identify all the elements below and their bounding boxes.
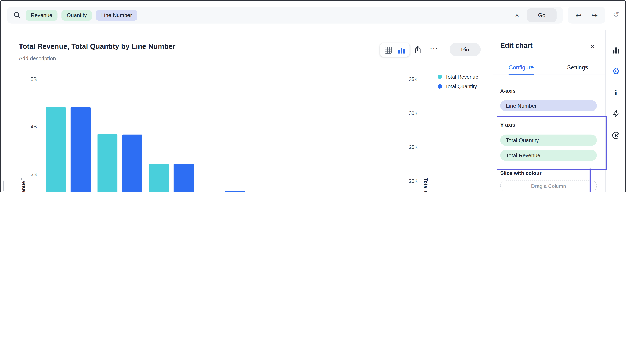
right-axis-tick: 20K (409, 178, 418, 184)
edit-chart-title: Edit chart (500, 41, 533, 50)
tab-settings-label: Settings (567, 61, 588, 75)
app-frame: Revenue Quantity Line Number × Go ↩ ↪ ↺ … (0, 0, 626, 192)
left-axis-tick: 5B (31, 76, 37, 82)
x-axis-section-label: X-axis (500, 88, 515, 94)
legend-dot-icon (437, 75, 442, 79)
svg-text:R: R (615, 133, 618, 138)
info-icon[interactable]: i (611, 88, 621, 97)
bar-total-revenue[interactable] (46, 107, 66, 192)
chart-panel-icon[interactable] (611, 45, 621, 55)
search-token-quantity[interactable]: Quantity (61, 10, 92, 20)
bar-total-quantity[interactable] (71, 107, 91, 192)
legend-item[interactable]: Total Quantity (437, 83, 478, 89)
legend-label: Total Quantity (445, 83, 477, 89)
r-analysis-icon[interactable]: R (611, 130, 621, 140)
bar-group (200, 191, 245, 192)
y-axis-column-pill-quantity[interactable]: Total Quantity (500, 135, 597, 146)
share-export-icon[interactable] (414, 45, 422, 54)
refresh-icon[interactable]: ↺ (613, 11, 619, 18)
right-axis-tick: 35K (409, 76, 418, 82)
panel-tabs: Configure Settings (493, 61, 606, 75)
legend-label: Total Revenue (445, 74, 478, 80)
bar-group (149, 164, 194, 192)
search-token-line-number[interactable]: Line Number (96, 10, 137, 20)
bar-total-revenue[interactable] (149, 164, 169, 192)
legend-dot-icon (437, 84, 442, 89)
redo-icon[interactable]: ↪ (591, 11, 597, 19)
page-title: Total Revenue, Total Quantity by Line Nu… (19, 42, 175, 51)
slice-section-label: Slice with colour (500, 170, 541, 176)
bar-group (46, 107, 91, 192)
table-view-icon[interactable] (384, 46, 392, 54)
bar-total-quantity[interactable] (225, 191, 245, 192)
insights-bolt-icon[interactable] (611, 109, 621, 118)
tab-settings[interactable]: Settings (549, 61, 606, 75)
chart-legend: Total RevenueTotal Quantity (437, 74, 478, 89)
tab-configure[interactable]: Configure (493, 61, 549, 75)
search-bar[interactable]: Revenue Quantity Line Number × Go (7, 7, 563, 23)
pin-button[interactable]: Pin (450, 43, 481, 56)
top-bar: Revenue Quantity Line Number × Go ↩ ↪ ↺ (1, 1, 625, 30)
legend-item[interactable]: Total Revenue (437, 74, 478, 80)
more-options-icon[interactable]: ⋯ (430, 44, 438, 53)
y-axis-column-pill-revenue[interactable]: Total Revenue (500, 150, 597, 161)
edit-chart-panel: Edit chart × Configure Settings X-axis L… (493, 30, 606, 192)
bar-total-revenue[interactable] (98, 134, 117, 192)
add-description[interactable]: Add description (19, 55, 56, 61)
bar-total-quantity[interactable] (122, 134, 142, 192)
right-axis-tick: 30K (409, 110, 418, 116)
slice-drop-zone[interactable]: Drag a Column (500, 180, 597, 191)
panel-resize-handle[interactable] (3, 180, 4, 191)
bar-chart-plot (46, 79, 400, 192)
left-axis-tick: 4B (31, 124, 37, 130)
right-axis-ticks: 35K30K25K20K15K10K5K0 (409, 79, 425, 192)
go-button[interactable]: Go (527, 8, 556, 22)
bar-chart-view-icon[interactable] (397, 46, 405, 54)
undo-redo-group: ↩ ↪ (568, 7, 605, 23)
search-token-revenue[interactable]: Revenue (26, 10, 57, 20)
info-glyph: i (615, 89, 617, 97)
view-toggle (380, 43, 410, 57)
bar-group (98, 134, 142, 192)
left-axis-tick: 3B (31, 171, 37, 177)
configure-gear-icon[interactable]: ⚙ (611, 67, 621, 76)
gear-glyph: ⚙ (612, 67, 620, 76)
clear-search-icon[interactable]: × (515, 12, 519, 19)
close-panel-icon[interactable]: × (590, 43, 595, 50)
bar-total-quantity[interactable] (174, 164, 194, 192)
search-icon (13, 12, 21, 19)
right-toolbar: ⚙ i R (605, 30, 626, 192)
page: Revenue Quantity Line Number × Go ↩ ↪ ↺ … (0, 0, 626, 192)
tab-configure-label: Configure (509, 61, 534, 75)
x-axis-column-pill[interactable]: Line Number (500, 100, 597, 111)
y-axis-section-label: Y-axis (500, 122, 515, 128)
right-axis-tick: 25K (409, 144, 418, 150)
undo-icon[interactable]: ↩ (575, 11, 582, 19)
left-axis-ticks: 5B4B3B2B1B0 (22, 79, 37, 192)
